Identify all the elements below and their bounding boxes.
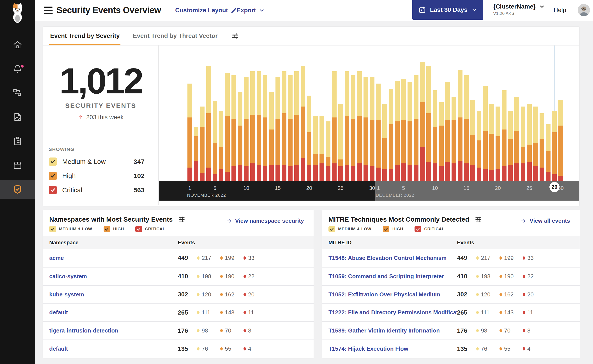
sidebar-item-alerts[interactable] (0, 59, 35, 78)
chart-bar[interactable] (514, 46, 519, 181)
chart-bar[interactable] (445, 46, 450, 181)
chart-bar[interactable] (244, 46, 248, 181)
cluster-selector[interactable]: {ClusterName} V1.26 AKS (493, 3, 545, 16)
chart-bar[interactable] (307, 46, 311, 181)
namespace-link[interactable]: calico-system (43, 273, 178, 280)
chart-bar[interactable] (496, 46, 500, 181)
chart-bar[interactable] (533, 46, 538, 181)
chart-bar[interactable] (269, 46, 274, 181)
chart-bar[interactable] (521, 46, 525, 181)
chart-bar[interactable] (345, 46, 349, 181)
namespace-link[interactable]: kube-system (43, 291, 178, 298)
chart-bar[interactable] (364, 46, 368, 181)
chart-bar[interactable] (558, 46, 563, 181)
chart-bar[interactable] (263, 46, 267, 181)
chart-bar[interactable] (206, 46, 211, 181)
chart-bar[interactable] (489, 46, 494, 181)
calico-cat-logo[interactable] (0, 1, 35, 24)
chart-bar[interactable] (382, 46, 387, 181)
chart-bar[interactable] (376, 46, 380, 181)
chart-bar[interactable] (464, 46, 469, 181)
date-range-button[interactable]: Last 30 Days (412, 0, 483, 20)
chart-bar[interactable] (508, 46, 513, 181)
chart-bar[interactable] (351, 46, 355, 181)
chart-bar[interactable] (357, 46, 362, 181)
chart-bar[interactable] (527, 46, 532, 181)
chart-bar[interactable] (257, 46, 261, 181)
chart-bar[interactable] (194, 46, 198, 181)
critical-checkbox[interactable] (49, 186, 57, 194)
mitre-technique-link[interactable]: T1548: Abuse Elevation Control Mechanism (322, 255, 457, 261)
namespace-link[interactable]: default (43, 345, 178, 352)
chart-bar[interactable] (332, 46, 337, 181)
sidebar-item-service-graph[interactable] (0, 84, 35, 102)
severity-chip-checkbox[interactable] (49, 226, 56, 232)
chart-bar[interactable] (320, 46, 324, 181)
mitre-technique-link[interactable]: T1052: Exfiltration Over Physical Medium (322, 291, 457, 298)
mitre-technique-link[interactable]: T1589: Gather Victim Identity Informatio… (322, 327, 457, 334)
chart-bar[interactable] (294, 46, 299, 181)
chart-bar[interactable] (401, 46, 406, 181)
chart-bar[interactable] (238, 46, 242, 181)
chart-bar[interactable] (370, 46, 374, 181)
mitre-technique-link[interactable]: T1574: Hijack Execution Flow (322, 345, 457, 352)
chart-bar[interactable] (452, 46, 456, 181)
sidebar-item-home[interactable] (0, 35, 35, 54)
high-checkbox[interactable] (49, 172, 57, 180)
severity-chip-checkbox[interactable] (328, 226, 335, 232)
customize-layout-button[interactable]: Customize Layout (175, 7, 237, 14)
sidebar-item-workloads[interactable] (0, 156, 35, 175)
chart-bar[interactable] (301, 46, 305, 181)
chart-bar[interactable] (313, 46, 318, 181)
namespace-link[interactable]: default (43, 309, 178, 316)
filter-settings-icon[interactable] (178, 216, 186, 223)
sidebar-item-reports[interactable] (0, 108, 35, 126)
chart-bar[interactable] (414, 46, 419, 181)
chart-bar[interactable] (420, 46, 425, 181)
chart-bar[interactable] (288, 46, 293, 181)
chart-bar[interactable] (219, 46, 223, 181)
selected-day-badge[interactable]: 29 (549, 182, 560, 192)
severity-chip-checkbox[interactable] (414, 226, 421, 232)
chart-bar[interactable] (477, 46, 481, 181)
chart-bar[interactable] (213, 46, 217, 181)
filter-settings-icon[interactable] (474, 216, 482, 223)
chart-bar[interactable] (552, 46, 557, 181)
chart-bar[interactable] (426, 46, 431, 181)
chart-bar[interactable] (540, 46, 544, 181)
chart-bar[interactable] (502, 46, 506, 181)
menu-icon[interactable] (44, 6, 53, 14)
chart-bar[interactable] (395, 46, 400, 181)
namespace-link[interactable]: acme (43, 255, 178, 261)
chart-bar[interactable] (546, 46, 551, 181)
view-namespace-security-link[interactable]: View namespace security (226, 217, 304, 224)
medium-low-checkbox[interactable] (49, 157, 57, 166)
chart-bar[interactable] (407, 46, 412, 181)
chart-bar[interactable] (326, 46, 330, 181)
chart-bar[interactable] (225, 46, 230, 181)
chart-bar[interactable] (389, 46, 393, 181)
mitre-technique-link[interactable]: T1059: Command and Scripting Interpreter (322, 273, 457, 280)
help-link[interactable]: Help (553, 6, 566, 13)
export-button[interactable]: Export (236, 7, 265, 14)
mitre-technique-link[interactable]: T1222: File and Directory Permissions Mo… (322, 309, 457, 316)
chart-bar[interactable] (483, 46, 488, 181)
chart-bar[interactable] (275, 46, 280, 181)
chart-bar[interactable] (338, 46, 343, 181)
severity-chip-checkbox[interactable] (135, 226, 142, 232)
chart-bar[interactable] (232, 46, 236, 181)
tab-event-trend-by-severity[interactable]: Event Trend by Severity (49, 27, 120, 45)
filter-settings-icon[interactable] (231, 32, 239, 40)
chart-bar[interactable] (439, 46, 444, 181)
sidebar-item-compliance[interactable] (0, 132, 35, 150)
chart-bar[interactable] (200, 46, 205, 181)
chart-bar[interactable] (250, 46, 255, 181)
sidebar-item-threat-defense[interactable] (0, 180, 35, 199)
chart-bar[interactable] (282, 46, 287, 181)
namespace-link[interactable]: tigera-intrusion-detection (43, 327, 178, 334)
severity-chip-checkbox[interactable] (104, 226, 110, 232)
user-avatar[interactable] (578, 4, 590, 16)
severity-chip-checkbox[interactable] (383, 226, 389, 232)
tab-event-trend-by-threat-vector[interactable]: Event Trend by Threat Vector (132, 27, 218, 45)
chart-bar[interactable] (187, 46, 192, 181)
